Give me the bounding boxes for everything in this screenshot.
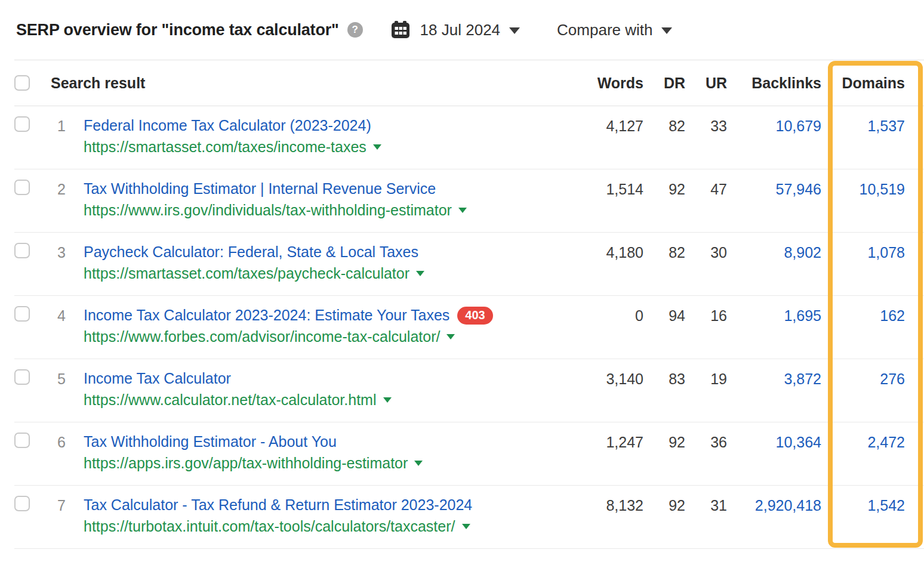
row-checkbox[interactable] <box>14 306 30 322</box>
table-row: 2 Tax Withholding Estimator | Internal R… <box>14 169 924 233</box>
url-dropdown-icon[interactable] <box>373 144 381 150</box>
ur-value: 19 <box>685 359 727 422</box>
dr-value: 82 <box>643 106 685 169</box>
result-title-link[interactable]: Tax Withholding Estimator - About You <box>84 431 337 452</box>
words-value: 0 <box>572 296 643 359</box>
column-header-words: Words <box>572 60 643 106</box>
chevron-down-icon <box>509 27 520 34</box>
compare-with-label: Compare with <box>557 21 652 39</box>
table-row: 5 Income Tax Calculator https://www.calc… <box>14 359 924 422</box>
ur-value: 30 <box>685 233 727 296</box>
url-dropdown-icon[interactable] <box>458 208 467 213</box>
row-checkbox[interactable] <box>14 116 30 132</box>
result-title-link[interactable]: Tax Withholding Estimator | Internal Rev… <box>84 178 436 199</box>
help-icon[interactable]: ? <box>347 22 363 38</box>
backlinks-link[interactable]: 57,946 <box>776 181 821 197</box>
dr-value: 92 <box>643 486 685 549</box>
ur-value: 31 <box>685 486 727 549</box>
words-value: 8,132 <box>572 486 643 549</box>
ur-value: 36 <box>685 422 727 486</box>
result-url-link[interactable]: https://www.calculator.net/tax-calculato… <box>84 390 377 410</box>
words-value: 1,247 <box>572 422 643 486</box>
backlinks-link[interactable]: 10,364 <box>776 434 821 450</box>
column-header-backlinks: Backlinks <box>727 60 821 106</box>
table-row: 6 Tax Withholding Estimator - About You … <box>14 422 924 486</box>
backlinks-link[interactable]: 3,872 <box>784 370 821 387</box>
row-checkbox[interactable] <box>14 369 30 385</box>
dr-value: 82 <box>643 233 685 296</box>
result-url-link[interactable]: https://smartasset.com/taxes/paycheck-ca… <box>84 263 409 284</box>
table-row: 7 Tax Calculator - Tax Refund & Return E… <box>14 486 924 549</box>
result-title-link[interactable]: Income Tax Calculator <box>84 368 231 389</box>
serp-overview-header: SERP overview for "income tax calculator… <box>0 0 924 60</box>
calendar-icon <box>390 20 411 40</box>
page-title: SERP overview for "income tax calculator… <box>16 21 339 39</box>
row-checkbox[interactable] <box>14 243 30 258</box>
rank-number: 1 <box>38 106 66 169</box>
words-value: 3,140 <box>572 359 643 422</box>
result-url-link[interactable]: https://smartasset.com/taxes/income-taxe… <box>84 137 366 158</box>
url-dropdown-icon[interactable] <box>446 334 455 339</box>
serp-results-table: Search result Words DR UR Backlinks Doma… <box>14 60 924 549</box>
domains-link[interactable]: 276 <box>880 370 905 387</box>
result-title-link[interactable]: Federal Income Tax Calculator (2023-2024… <box>84 115 371 136</box>
backlinks-link[interactable]: 10,679 <box>776 118 821 134</box>
result-title-link[interactable]: Income Tax Calculator 2023-2024: Estimat… <box>84 305 449 326</box>
words-value: 1,514 <box>572 169 643 233</box>
row-checkbox[interactable] <box>14 496 30 511</box>
dr-value: 92 <box>643 169 685 233</box>
result-url-link[interactable]: https://www.forbes.com/advisor/income-ta… <box>84 326 440 347</box>
url-dropdown-icon[interactable] <box>383 397 392 403</box>
dr-value: 94 <box>643 296 685 359</box>
row-checkbox[interactable] <box>14 180 30 195</box>
chevron-down-icon <box>661 27 672 34</box>
backlinks-link[interactable]: 2,920,418 <box>755 497 821 514</box>
domains-link[interactable]: 10,519 <box>860 181 905 197</box>
status-badge: 403 <box>457 307 492 325</box>
dr-value: 83 <box>643 359 685 422</box>
ur-value: 16 <box>685 296 727 359</box>
rank-number: 3 <box>38 233 66 296</box>
rank-number: 5 <box>38 359 66 422</box>
domains-link[interactable]: 1,537 <box>867 118 905 134</box>
words-value: 4,180 <box>572 233 643 296</box>
column-header-domains: Domains <box>821 60 924 106</box>
column-header-search-result: Search result <box>38 60 572 106</box>
table-header-row: Search result Words DR UR Backlinks Doma… <box>14 60 924 106</box>
url-dropdown-icon[interactable] <box>414 461 423 466</box>
domains-link[interactable]: 1,078 <box>867 244 905 261</box>
words-value: 4,127 <box>572 106 643 169</box>
table-row: 1 Federal Income Tax Calculator (2023-20… <box>14 106 924 169</box>
rank-number: 6 <box>38 422 66 486</box>
domains-link[interactable]: 1,542 <box>867 497 905 514</box>
ur-value: 33 <box>685 106 727 169</box>
rank-number: 7 <box>38 486 66 549</box>
date-label: 18 Jul 2024 <box>420 21 500 39</box>
rank-number: 2 <box>38 169 66 233</box>
rank-number: 4 <box>38 296 66 359</box>
column-header-dr: DR <box>643 60 685 106</box>
table-row: 4 Income Tax Calculator 2023-2024: Estim… <box>14 296 924 359</box>
domains-link[interactable]: 162 <box>880 307 905 324</box>
result-title-link[interactable]: Tax Calculator - Tax Refund & Return Est… <box>84 495 472 515</box>
row-checkbox[interactable] <box>14 433 30 448</box>
result-url-link[interactable]: https://www.irs.gov/individuals/tax-with… <box>84 200 452 221</box>
table-row: 3 Paycheck Calculator: Federal, State & … <box>14 233 924 296</box>
date-picker-button[interactable]: 18 Jul 2024 <box>390 20 520 40</box>
select-all-checkbox[interactable] <box>14 75 30 91</box>
result-title-link[interactable]: Paycheck Calculator: Federal, State & Lo… <box>84 242 418 263</box>
ur-value: 47 <box>685 169 727 233</box>
url-dropdown-icon[interactable] <box>416 271 424 276</box>
column-header-ur: UR <box>685 60 727 106</box>
dr-value: 92 <box>643 422 685 486</box>
backlinks-link[interactable]: 1,695 <box>784 307 821 324</box>
result-url-link[interactable]: https://turbotax.intuit.com/tax-tools/ca… <box>84 516 455 537</box>
backlinks-link[interactable]: 8,902 <box>784 244 821 261</box>
compare-with-button[interactable]: Compare with <box>557 21 672 39</box>
domains-link[interactable]: 2,472 <box>867 434 905 450</box>
url-dropdown-icon[interactable] <box>462 524 470 529</box>
result-url-link[interactable]: https://apps.irs.gov/app/tax-withholding… <box>84 453 408 474</box>
